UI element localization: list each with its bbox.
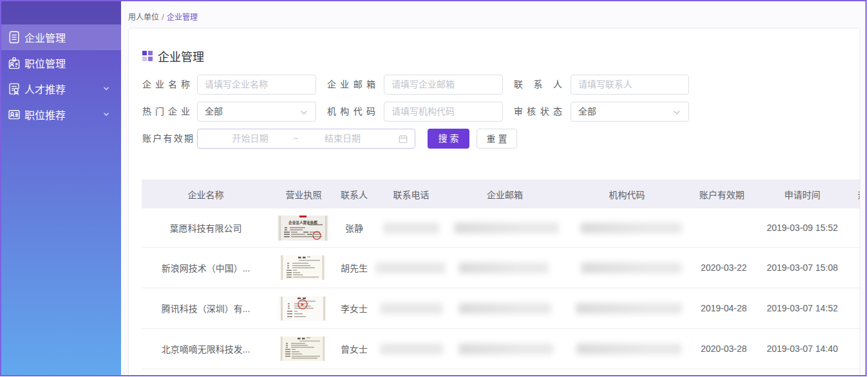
svg-text:企业法人营业执照: 企业法人营业执照 [288,219,317,225]
